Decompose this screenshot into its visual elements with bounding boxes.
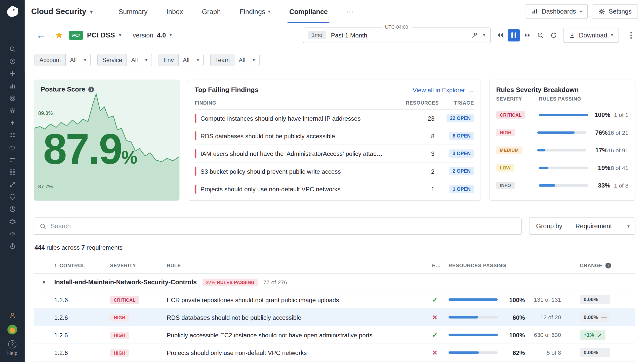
link-icon[interactable]	[0, 178, 25, 191]
user-avatar[interactable]	[7, 325, 17, 334]
timer-icon[interactable]	[0, 240, 25, 252]
favorite-star-icon[interactable]: ★	[55, 30, 63, 40]
framework-toolbar: ← ★ PCI PCI DSS ▾ version 4.0 ▾ UTC-04:0…	[25, 23, 644, 47]
findings-table-header: FINDING RESOURCES TRIAGE	[195, 97, 474, 110]
severity-row-medium[interactable]: MEDIUM 17% 16 of 91	[496, 141, 628, 159]
group-by-control[interactable]: Group by Requirement ▾	[529, 217, 635, 235]
posture-max-label: 89.3%	[38, 110, 53, 116]
zoom-out-icon[interactable]	[537, 31, 544, 39]
filter-team[interactable]: Team All▾	[210, 54, 259, 66]
download-button[interactable]: Download ▾	[563, 28, 619, 42]
progress-bar	[539, 184, 588, 187]
triage-badge[interactable]: 8 OPEN	[449, 132, 474, 140]
pin-icon[interactable]	[471, 31, 478, 39]
rule-row[interactable]: 1.2.6 HIGH Publicly accessible EC2 insta…	[34, 326, 635, 344]
dash-icon: —	[601, 350, 607, 355]
back-button[interactable]: ←	[36, 30, 46, 40]
fast-forward-button[interactable]	[524, 31, 531, 39]
history-icon[interactable]	[0, 55, 25, 67]
ellipsis-icon: ⋯	[347, 8, 353, 15]
chevron-down-icon: ▾	[84, 57, 86, 63]
cluster-dots-icon[interactable]	[0, 129, 25, 141]
severity-row-high[interactable]: HIGH 76% 16 of 21	[496, 123, 628, 141]
worker-icon[interactable]	[0, 309, 25, 321]
group-by-label: Group by	[530, 218, 569, 234]
refresh-icon[interactable]	[550, 31, 557, 39]
dashboards-button[interactable]: Dashboards ▾	[526, 4, 588, 19]
triage-badge[interactable]: 2 OPEN	[449, 167, 474, 175]
framework-selector[interactable]: PCI DSS ▾	[87, 31, 121, 39]
apps-grid-icon[interactable]	[0, 166, 25, 178]
datadog-logo[interactable]	[5, 4, 20, 19]
cross-icon: ✕	[432, 313, 449, 321]
check-icon: ✓	[432, 331, 449, 339]
filter-account[interactable]: Account All▾	[34, 54, 91, 66]
group-by-select[interactable]: Requirement ▾	[569, 218, 635, 234]
finding-row[interactable]: IAM users should not have the 'Administr…	[195, 145, 474, 162]
rules-table-header: ↑CONTROL SEVERITY RULE E… RESOURCES PASS…	[34, 257, 635, 274]
cloud-icon[interactable]	[0, 141, 25, 154]
cubes-icon[interactable]	[0, 104, 25, 117]
gauge-icon[interactable]	[0, 227, 25, 240]
change-badge: 0.00%—	[580, 313, 610, 322]
rule-row[interactable]: 1.2.6 HIGH Projects should only use non-…	[34, 344, 635, 361]
sort-control-header[interactable]: ↑CONTROL	[54, 262, 110, 268]
settings-button[interactable]: Settings	[593, 4, 637, 19]
tab-graph[interactable]: Graph	[202, 0, 221, 23]
time-range-picker[interactable]: UTC-04:00 1mo Past 1 Month ▾	[303, 27, 491, 43]
tab-findings[interactable]: Findings ▾	[240, 0, 270, 23]
severity-badge: HIGH	[496, 129, 515, 136]
severity-row-info[interactable]: INFO 33% 1 of 3	[496, 176, 628, 194]
rewind-button[interactable]	[496, 31, 504, 39]
info-icon[interactable]	[89, 86, 94, 92]
tab-inbox[interactable]: Inbox	[167, 0, 183, 23]
rules-passing-badge: 27% RULES PASSING	[203, 279, 258, 286]
tab-compliance[interactable]: Compliance	[289, 0, 328, 23]
requirement-group-row[interactable]: ▾ Install-and-Maintain-Network-Security-…	[34, 274, 635, 291]
list-icon[interactable]	[0, 154, 25, 166]
chevron-down-icon: ▾	[197, 57, 199, 63]
rule-row[interactable]: 1.2.6 CRITICAL ECR private repositories …	[34, 291, 635, 309]
filter-env[interactable]: Env All▾	[158, 54, 204, 66]
finding-row[interactable]: Compute instances should only have inter…	[195, 110, 474, 127]
pause-button[interactable]	[507, 29, 520, 41]
finding-row[interactable]: Projects should only use non-default VPC…	[195, 180, 474, 198]
app-sidebar: ? Help	[0, 0, 25, 362]
top-failing-findings-card: Top Failing Findings View all in Explore…	[188, 80, 481, 201]
posture-min-label: 87.7%	[38, 184, 53, 190]
chevron-down-icon[interactable]: ▾	[34, 279, 54, 285]
bug-icon[interactable]	[0, 215, 25, 228]
severity-marker	[195, 149, 196, 158]
finding-row[interactable]: RDS databases should not be publicly acc…	[195, 127, 474, 145]
change-badge: +1%↗	[580, 330, 605, 340]
severity-row-critical[interactable]: CRITICAL 100% 1 of 1	[496, 106, 628, 123]
tab-summary[interactable]: Summary	[118, 0, 147, 23]
severity-marker	[195, 114, 196, 123]
version-selector[interactable]: version 4.0 ▾	[133, 31, 172, 39]
search-icon[interactable]	[0, 43, 25, 55]
chevron-down-icon: ▾	[145, 57, 147, 63]
kebab-menu-icon[interactable]: ⋮	[625, 30, 637, 40]
target-icon[interactable]	[0, 92, 25, 104]
sparkles-icon[interactable]	[0, 67, 25, 80]
bar-chart-icon[interactable]	[0, 80, 25, 92]
filter-service[interactable]: Service All▾	[97, 54, 152, 66]
finding-row[interactable]: S3 bucket policy should prevent public w…	[195, 163, 474, 180]
info-icon[interactable]	[605, 262, 611, 268]
progress-bar	[449, 298, 498, 301]
severity-row-low[interactable]: LOW 19% 8 of 41	[496, 159, 628, 176]
search-input[interactable]	[51, 222, 516, 230]
triage-badge[interactable]: 22 OPEN	[447, 114, 474, 122]
help-button[interactable]: ? Help	[7, 340, 17, 356]
view-all-in-explorer-link[interactable]: View all in Explorer →	[413, 86, 474, 94]
pie-chart-icon[interactable]	[0, 203, 25, 215]
severity-badge: LOW	[496, 164, 514, 171]
product-switcher[interactable]: Cloud Security ▾	[31, 0, 93, 23]
severity-marker	[195, 131, 196, 140]
triage-badge[interactable]: 3 OPEN	[449, 149, 474, 158]
shield-icon[interactable]	[0, 191, 25, 203]
rule-row[interactable]: 1.2.6 HIGH RDS databases should not be p…	[34, 309, 635, 326]
nav-overflow-menu[interactable]: ⋯	[347, 0, 353, 23]
lightning-icon[interactable]	[0, 117, 25, 129]
triage-badge[interactable]: 1 OPEN	[449, 185, 474, 193]
